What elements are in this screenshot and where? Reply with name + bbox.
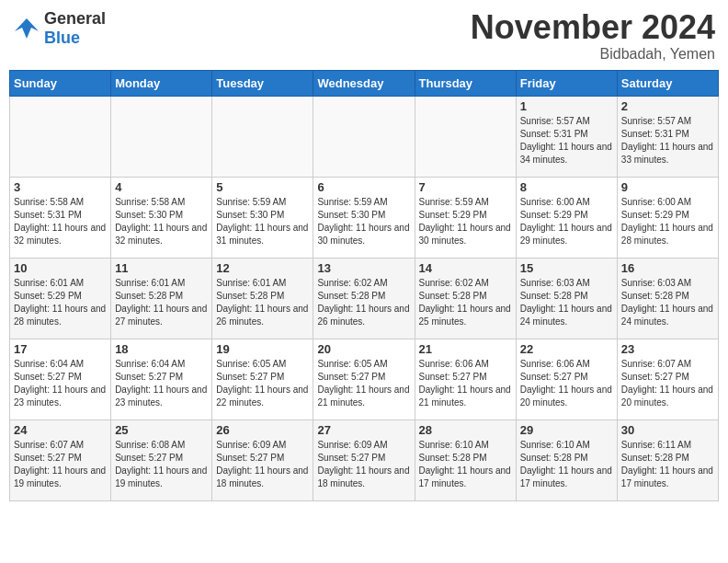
logo-blue: Blue xyxy=(44,29,80,47)
weekday-header-tuesday: Tuesday xyxy=(212,70,313,96)
day-info: Sunrise: 6:10 AMSunset: 5:28 PMDaylight:… xyxy=(419,439,512,490)
calendar-week-row: 24Sunrise: 6:07 AMSunset: 5:27 PMDayligh… xyxy=(10,419,719,500)
calendar-cell: 4Sunrise: 5:58 AMSunset: 5:30 PMDaylight… xyxy=(111,177,212,258)
day-info: Sunrise: 6:05 AMSunset: 5:27 PMDaylight:… xyxy=(317,358,410,409)
day-info: Sunrise: 6:02 AMSunset: 5:28 PMDaylight:… xyxy=(419,277,512,328)
day-number: 1 xyxy=(520,99,613,113)
day-number: 29 xyxy=(520,423,613,437)
calendar-cell: 9Sunrise: 6:00 AMSunset: 5:29 PMDaylight… xyxy=(617,177,718,258)
day-number: 9 xyxy=(621,180,714,194)
day-number: 30 xyxy=(621,423,714,437)
calendar-cell: 23Sunrise: 6:07 AMSunset: 5:27 PMDayligh… xyxy=(617,339,718,419)
day-info: Sunrise: 5:57 AMSunset: 5:31 PMDaylight:… xyxy=(520,115,613,167)
calendar-week-row: 1Sunrise: 5:57 AMSunset: 5:31 PMDaylight… xyxy=(10,96,719,177)
svg-marker-0 xyxy=(15,18,39,39)
calendar-cell: 28Sunrise: 6:10 AMSunset: 5:28 PMDayligh… xyxy=(415,419,516,500)
day-number: 25 xyxy=(115,423,208,437)
day-number: 18 xyxy=(115,342,208,356)
calendar-cell: 6Sunrise: 5:59 AMSunset: 5:30 PMDaylight… xyxy=(313,177,415,258)
calendar-cell: 20Sunrise: 6:05 AMSunset: 5:27 PMDayligh… xyxy=(313,339,415,419)
day-info: Sunrise: 6:01 AMSunset: 5:28 PMDaylight:… xyxy=(216,277,309,328)
day-number: 28 xyxy=(419,423,512,437)
day-number: 3 xyxy=(14,180,107,194)
weekday-header-saturday: Saturday xyxy=(617,70,718,96)
weekday-header-friday: Friday xyxy=(516,70,617,96)
page-header: General Blue November 2024 Bidbadah, Yem… xyxy=(9,9,719,63)
day-info: Sunrise: 6:03 AMSunset: 5:28 PMDaylight:… xyxy=(520,277,613,328)
day-info: Sunrise: 6:09 AMSunset: 5:27 PMDaylight:… xyxy=(317,439,410,490)
calendar-cell xyxy=(415,96,516,177)
day-info: Sunrise: 6:07 AMSunset: 5:27 PMDaylight:… xyxy=(14,439,107,490)
weekday-header-monday: Monday xyxy=(111,70,212,96)
weekday-header-row: SundayMondayTuesdayWednesdayThursdayFrid… xyxy=(10,70,719,96)
day-number: 4 xyxy=(115,180,208,194)
day-number: 17 xyxy=(14,342,107,356)
day-number: 22 xyxy=(520,342,613,356)
day-info: Sunrise: 6:09 AMSunset: 5:27 PMDaylight:… xyxy=(216,439,309,490)
day-info: Sunrise: 5:59 AMSunset: 5:29 PMDaylight:… xyxy=(419,196,512,247)
day-info: Sunrise: 6:06 AMSunset: 5:27 PMDaylight:… xyxy=(419,358,512,409)
day-info: Sunrise: 5:58 AMSunset: 5:30 PMDaylight:… xyxy=(115,196,208,247)
day-number: 5 xyxy=(216,180,309,194)
day-number: 16 xyxy=(621,261,714,275)
day-info: Sunrise: 5:59 AMSunset: 5:30 PMDaylight:… xyxy=(216,196,309,247)
location-title: Bidbadah, Yemen xyxy=(471,46,715,63)
day-info: Sunrise: 6:05 AMSunset: 5:27 PMDaylight:… xyxy=(216,358,309,409)
calendar-cell xyxy=(313,96,415,177)
calendar-cell: 1Sunrise: 5:57 AMSunset: 5:31 PMDaylight… xyxy=(516,96,617,177)
calendar-cell: 22Sunrise: 6:06 AMSunset: 5:27 PMDayligh… xyxy=(516,339,617,419)
day-info: Sunrise: 6:01 AMSunset: 5:29 PMDaylight:… xyxy=(14,277,107,328)
day-info: Sunrise: 5:59 AMSunset: 5:30 PMDaylight:… xyxy=(317,196,410,247)
logo-wordmark: General Blue xyxy=(44,9,106,48)
calendar-week-row: 3Sunrise: 5:58 AMSunset: 5:31 PMDaylight… xyxy=(10,177,719,258)
day-number: 8 xyxy=(520,180,613,194)
day-number: 15 xyxy=(520,261,613,275)
day-number: 12 xyxy=(216,261,309,275)
day-info: Sunrise: 6:00 AMSunset: 5:29 PMDaylight:… xyxy=(520,196,613,247)
calendar-cell: 15Sunrise: 6:03 AMSunset: 5:28 PMDayligh… xyxy=(516,258,617,339)
calendar-cell: 2Sunrise: 5:57 AMSunset: 5:31 PMDaylight… xyxy=(617,96,718,177)
day-info: Sunrise: 6:10 AMSunset: 5:28 PMDaylight:… xyxy=(520,439,613,490)
calendar-cell: 30Sunrise: 6:11 AMSunset: 5:28 PMDayligh… xyxy=(617,419,718,500)
day-number: 24 xyxy=(14,423,107,437)
calendar-cell: 5Sunrise: 5:59 AMSunset: 5:30 PMDaylight… xyxy=(212,177,313,258)
calendar-cell: 21Sunrise: 6:06 AMSunset: 5:27 PMDayligh… xyxy=(415,339,516,419)
calendar-cell: 17Sunrise: 6:04 AMSunset: 5:27 PMDayligh… xyxy=(10,339,111,419)
calendar-cell: 16Sunrise: 6:03 AMSunset: 5:28 PMDayligh… xyxy=(617,258,718,339)
day-number: 2 xyxy=(621,99,714,113)
month-title: November 2024 xyxy=(471,9,715,46)
calendar-cell: 14Sunrise: 6:02 AMSunset: 5:28 PMDayligh… xyxy=(415,258,516,339)
day-info: Sunrise: 6:04 AMSunset: 5:27 PMDaylight:… xyxy=(115,358,208,409)
day-number: 19 xyxy=(216,342,309,356)
calendar-week-row: 17Sunrise: 6:04 AMSunset: 5:27 PMDayligh… xyxy=(10,339,719,419)
calendar-cell: 18Sunrise: 6:04 AMSunset: 5:27 PMDayligh… xyxy=(111,339,212,419)
day-info: Sunrise: 6:08 AMSunset: 5:27 PMDaylight:… xyxy=(115,439,208,490)
calendar-cell: 7Sunrise: 5:59 AMSunset: 5:29 PMDaylight… xyxy=(415,177,516,258)
day-info: Sunrise: 5:57 AMSunset: 5:31 PMDaylight:… xyxy=(621,115,714,167)
calendar-cell xyxy=(10,96,111,177)
day-number: 13 xyxy=(317,261,410,275)
calendar-cell: 19Sunrise: 6:05 AMSunset: 5:27 PMDayligh… xyxy=(212,339,313,419)
day-info: Sunrise: 6:07 AMSunset: 5:27 PMDaylight:… xyxy=(621,358,714,409)
day-number: 6 xyxy=(317,180,410,194)
calendar-cell: 25Sunrise: 6:08 AMSunset: 5:27 PMDayligh… xyxy=(111,419,212,500)
day-info: Sunrise: 6:01 AMSunset: 5:28 PMDaylight:… xyxy=(115,277,208,328)
calendar-cell: 10Sunrise: 6:01 AMSunset: 5:29 PMDayligh… xyxy=(10,258,111,339)
day-info: Sunrise: 6:03 AMSunset: 5:28 PMDaylight:… xyxy=(621,277,714,328)
day-number: 7 xyxy=(419,180,512,194)
calendar-cell: 11Sunrise: 6:01 AMSunset: 5:28 PMDayligh… xyxy=(111,258,212,339)
day-info: Sunrise: 6:02 AMSunset: 5:28 PMDaylight:… xyxy=(317,277,410,328)
calendar-cell: 27Sunrise: 6:09 AMSunset: 5:27 PMDayligh… xyxy=(313,419,415,500)
logo-general: General xyxy=(44,9,106,28)
day-number: 23 xyxy=(621,342,714,356)
day-info: Sunrise: 6:06 AMSunset: 5:27 PMDaylight:… xyxy=(520,358,613,409)
day-number: 14 xyxy=(419,261,512,275)
calendar-cell: 24Sunrise: 6:07 AMSunset: 5:27 PMDayligh… xyxy=(10,419,111,500)
logo-icon xyxy=(13,15,40,42)
calendar-cell xyxy=(212,96,313,177)
day-info: Sunrise: 6:00 AMSunset: 5:29 PMDaylight:… xyxy=(621,196,714,247)
calendar-cell: 26Sunrise: 6:09 AMSunset: 5:27 PMDayligh… xyxy=(212,419,313,500)
calendar-week-row: 10Sunrise: 6:01 AMSunset: 5:29 PMDayligh… xyxy=(10,258,719,339)
day-number: 21 xyxy=(419,342,512,356)
day-info: Sunrise: 6:11 AMSunset: 5:28 PMDaylight:… xyxy=(621,439,714,490)
